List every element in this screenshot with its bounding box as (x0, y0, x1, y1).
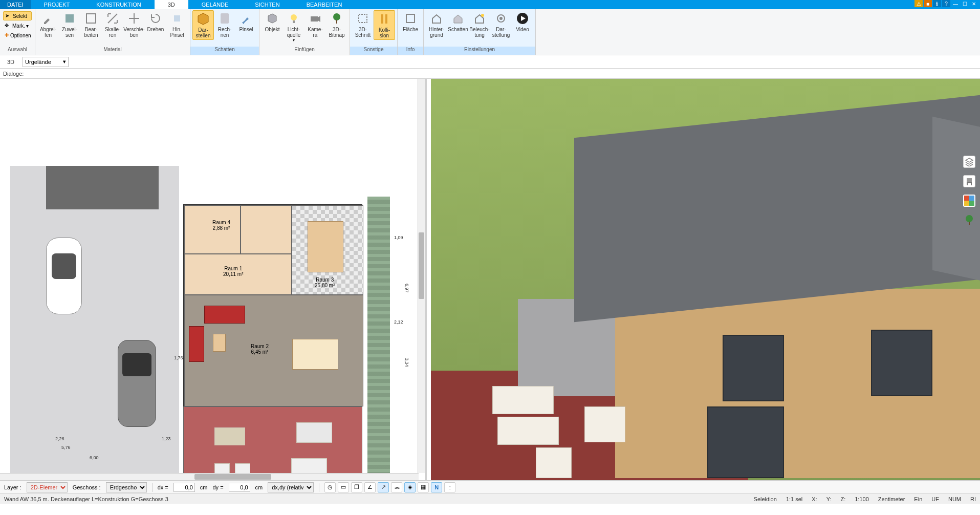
bgbrush-button[interactable]: Hin. Pinsel (166, 10, 188, 39)
menu-tab-gelaende[interactable]: GELÄNDE (188, 0, 242, 9)
car2 (118, 340, 156, 427)
maximize-icon[interactable]: ☐ (961, 0, 969, 7)
menu-tab-sichten[interactable]: SICHTEN (242, 0, 293, 9)
door-1 (707, 406, 784, 478)
camera-button[interactable]: Kame- ra (304, 10, 326, 39)
scale-button[interactable]: Skalie- ren (102, 10, 123, 39)
edit-button[interactable]: Bear- beiten (80, 10, 102, 39)
rotate-button[interactable]: Drehen (145, 10, 166, 33)
mark-button[interactable]: ✥Mark.▾ (3, 21, 32, 30)
svg-rect-5 (293, 20, 295, 23)
chevron-down-icon: ▾ (63, 58, 66, 65)
house-outline: Raum 42,88 m² Raum 120,11 m² Raum 325,80… (183, 204, 362, 406)
splitter[interactable] (425, 79, 427, 480)
dx-unit: cm (200, 484, 208, 490)
ribbon-group-sonstige: 3D- Schnitt Kolli- sion Sonstige (350, 9, 398, 55)
sofa-3d (584, 406, 625, 442)
snap-grid-icon[interactable]: ▦ (418, 482, 429, 492)
move-button[interactable]: Verschie- ben (123, 10, 145, 39)
tree2-icon[interactable] (963, 214, 975, 226)
status-bar: Wand AW 36,5 m. Deckenauflager L=Konstru… (0, 493, 980, 504)
info-icon[interactable]: ℹ (933, 0, 941, 7)
shadow-brush-button[interactable]: Pinsel (235, 10, 257, 33)
snap-link-icon[interactable]: ⫘ (391, 482, 402, 492)
video-button[interactable]: Video (512, 10, 533, 33)
select-button[interactable]: ➤Selekt (3, 11, 32, 20)
svg-rect-1 (86, 14, 96, 23)
shadow-calc-button[interactable]: Rech- nen (214, 10, 235, 39)
hscrollbar[interactable] (0, 473, 419, 480)
pickup-button[interactable]: Abgrei- fen (37, 10, 59, 39)
snap-n-icon[interactable]: N (431, 482, 442, 492)
menu-tab-konstruktion[interactable]: KONSTRUKTION (83, 0, 154, 9)
svg-rect-19 (967, 183, 968, 185)
chair-icon[interactable] (963, 175, 975, 187)
dy-unit: cm (255, 484, 263, 490)
edit-icon (84, 11, 98, 26)
eyedropper-icon (41, 11, 55, 26)
status-ein: Ein (914, 496, 922, 502)
pane-2d[interactable]: Raum 42,88 m² Raum 120,11 m² Raum 325,80… (0, 79, 425, 480)
layers-icon[interactable] (963, 156, 975, 168)
area-icon (403, 11, 418, 26)
box-icon[interactable]: ■ (924, 0, 932, 7)
terrain-combo[interactable]: Urgelände▾ (23, 57, 69, 67)
vscroll-thumb[interactable] (419, 232, 424, 299)
status-x: X: (812, 496, 817, 502)
group-label-einstellungen: Einstellungen (424, 47, 535, 55)
geschoss-combo[interactable]: Erdgeschos (106, 482, 147, 492)
close-icon[interactable]: ✕ (970, 0, 978, 7)
garage (46, 166, 159, 209)
menu-tab-projekt[interactable]: PROJEKT (31, 0, 83, 9)
dim-d7: 1,09 (394, 235, 403, 240)
vscrollbar[interactable] (418, 79, 425, 473)
minimize-icon[interactable]: ― (951, 0, 960, 7)
menu-tab-3d[interactable]: 3D (155, 0, 188, 9)
object-button[interactable]: Objekt (262, 10, 283, 33)
area-button[interactable]: Fläche (400, 10, 421, 33)
snap-arrow-icon[interactable]: ↗ (378, 482, 389, 492)
light-button[interactable]: Licht- quelle▾ (283, 10, 304, 44)
menu-tab-datei[interactable]: DATEI (0, 0, 31, 9)
shadow-show-button[interactable]: Dar- stellen (192, 10, 214, 40)
alert-icon[interactable]: ⚠ (914, 0, 923, 7)
dy-input[interactable] (229, 483, 250, 492)
window-controls: ⚠ ■ ℹ ? ― ☐ ✕ (914, 0, 978, 7)
section3d-button[interactable]: 3D- Schnitt (352, 10, 374, 39)
menu-tab-bearbeiten[interactable]: BEARBEITEN (293, 0, 356, 9)
svg-rect-8 (336, 20, 337, 24)
status-num: NUM (948, 496, 961, 502)
help-icon[interactable]: ? (942, 0, 950, 7)
mode-combo[interactable]: dx,dy (relativ ka (268, 482, 314, 492)
layer-combo[interactable]: 2D-Elemen (27, 482, 68, 492)
view-tab-3d[interactable]: 3D (3, 58, 18, 66)
shadow-settings-button[interactable]: Schatten (447, 10, 469, 33)
snap-info-icon[interactable]: : (444, 482, 455, 492)
snap-layer-icon[interactable]: ❐ (351, 482, 362, 492)
snap-clock-icon[interactable]: ◷ (324, 482, 336, 492)
status-scale: 1:100 (855, 496, 869, 502)
dialoge-label: Dialoge: (3, 71, 24, 77)
snap-diamond-icon[interactable]: ◈ (404, 482, 416, 492)
hedge (367, 197, 390, 480)
car1 (46, 238, 82, 314)
room4-label: Raum 42,88 m² (212, 220, 230, 231)
dining-table2 (292, 339, 338, 370)
lighting-button[interactable]: Beleuch- tung (469, 10, 490, 39)
snap-rect-icon[interactable]: ▭ (338, 482, 349, 492)
dim-d5: 2,12 (394, 319, 403, 325)
display-button[interactable]: Dar- stellung (490, 10, 512, 39)
collision-button[interactable]: Kolli- sion (374, 10, 395, 40)
bitmap3d-button[interactable]: 3D- Bitmap (326, 10, 347, 39)
background-button[interactable]: Hinter- grund (426, 10, 447, 39)
snap-angle-icon[interactable]: ∠ (364, 482, 376, 492)
palette-icon[interactable] (963, 195, 975, 207)
collision-icon (377, 12, 391, 26)
options-button[interactable]: ✚Optionen (3, 31, 32, 40)
pane-3d[interactable] (431, 79, 980, 480)
hscroll-thumb[interactable] (194, 474, 271, 480)
svg-rect-6 (311, 16, 318, 22)
cube2-icon (265, 11, 279, 26)
assign-button[interactable]: Zuwei- sen (59, 10, 80, 39)
dx-input[interactable] (173, 483, 195, 492)
